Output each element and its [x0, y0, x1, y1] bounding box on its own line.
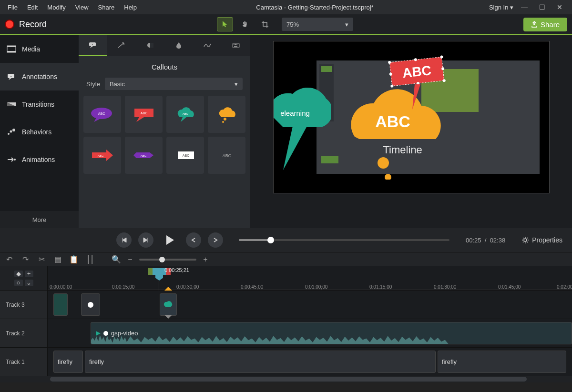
clip-firefly[interactable]: firefly — [85, 351, 436, 373]
tab-arrows[interactable] — [107, 35, 136, 56]
next-frame-button[interactable] — [138, 232, 153, 248]
toggle-quiz-button[interactable]: ○ — [14, 280, 23, 286]
sidebar-item-animations[interactable]: Animations — [0, 146, 79, 173]
ruler-tick: 0:00:45;00 — [241, 284, 263, 290]
svg-rect-14 — [233, 43, 239, 48]
clip[interactable] — [160, 293, 177, 316]
track-content[interactable] — [48, 291, 572, 319]
play-button[interactable] — [160, 231, 179, 250]
tab-keystroke[interactable] — [222, 35, 250, 56]
split-button[interactable]: ⎮⎮ — [86, 255, 94, 264]
clip[interactable] — [53, 293, 68, 316]
timeline-scrollbar[interactable] — [0, 376, 572, 382]
properties-button[interactable]: Properties — [521, 236, 562, 244]
cut-button[interactable]: ✂ — [37, 255, 46, 264]
menu-file[interactable]: File — [4, 2, 21, 13]
callout-thumb[interactable]: ABC — [125, 137, 163, 174]
svg-text:elearning: elearning — [280, 109, 310, 117]
sidebar-item-annotations[interactable]: a Annotations — [0, 63, 79, 90]
titlebar: File Edit Modify View Share Help Camtasi… — [0, 0, 572, 14]
clip-firefly[interactable]: firefly — [53, 351, 83, 373]
collapse-button[interactable]: ⌄ — [25, 280, 33, 286]
sidebar-item-media[interactable]: Media — [0, 35, 79, 63]
sidebar-item-transitions[interactable]: Transitions — [0, 90, 79, 118]
signin-button[interactable]: Sign In ▾ — [489, 4, 513, 11]
minimize-button[interactable]: — — [521, 3, 528, 11]
clip-firefly[interactable]: firefly — [438, 351, 566, 373]
track-content[interactable]: firefly firefly firefly — [48, 348, 572, 376]
toggle-marker-button[interactable]: ◆ — [14, 271, 23, 277]
svg-text:ABC: ABC — [140, 154, 146, 157]
zoom-out-button[interactable]: − — [126, 255, 134, 264]
tab-callouts[interactable]: a — [79, 35, 107, 56]
add-track-button[interactable]: + — [25, 271, 33, 277]
animations-icon — [7, 156, 16, 163]
svg-text:ABC: ABC — [182, 154, 189, 157]
next-marker-button[interactable] — [208, 232, 223, 248]
timeline-text: Timeline — [383, 144, 422, 156]
maximize-button[interactable]: ☐ — [539, 3, 545, 11]
record-label: Record — [19, 20, 47, 30]
track-label[interactable]: Track 2 — [0, 319, 48, 347]
window-title: Camtasia - Getting-Started-Project.tscpr… — [141, 4, 489, 11]
share-button[interactable]: Share — [523, 18, 567, 31]
menu-modify[interactable]: Modify — [43, 2, 69, 13]
main-menu: File Edit Modify View Share Help — [0, 2, 141, 13]
menu-help[interactable]: Help — [120, 2, 141, 13]
style-value: Basic — [110, 80, 125, 88]
hand-tool[interactable] — [237, 17, 253, 31]
clip-gsp-video[interactable]: gsp-video — [91, 322, 572, 344]
track-label[interactable]: Track 1 — [0, 348, 48, 376]
style-select[interactable]: Basic ▾ — [105, 78, 243, 90]
timeline-zoom-slider[interactable] — [139, 259, 196, 261]
callout-thumb[interactable]: ABC — [166, 137, 204, 174]
callout-thumb[interactable]: ABC — [83, 96, 121, 133]
playback-slider[interactable] — [239, 239, 449, 241]
menu-share[interactable]: Share — [94, 2, 119, 13]
callout-thumb[interactable]: ABC — [166, 96, 204, 133]
menu-view[interactable]: View — [72, 2, 92, 13]
share-label: Share — [541, 20, 560, 29]
timeline-ruler[interactable]: 0:00:25;21 0:00:00;00 0:00:15;00 0:00:30… — [48, 266, 572, 290]
clip[interactable] — [81, 293, 100, 316]
record-button[interactable]: Record — [5, 20, 47, 30]
annotation-type-tabs: a — [79, 35, 250, 56]
ruler-tick: 0:01:00;00 — [305, 284, 327, 290]
cursor-tool[interactable] — [217, 17, 233, 31]
close-button[interactable]: ✕ — [557, 3, 562, 11]
paste-button[interactable]: 📋 — [70, 255, 78, 264]
annotation-icon: a — [7, 73, 16, 80]
tab-blur[interactable] — [164, 35, 193, 56]
sidebar-label: Transitions — [22, 101, 54, 108]
undo-button[interactable]: ↶ — [5, 255, 13, 264]
callout-thumb[interactable]: ABC — [125, 96, 163, 133]
svg-point-6 — [8, 133, 10, 135]
clip-label: firefly — [58, 358, 72, 365]
menu-edit[interactable]: Edit — [23, 2, 41, 13]
svg-text:ABC: ABC — [222, 153, 231, 158]
redo-button[interactable]: ↷ — [21, 255, 30, 264]
sidebar-more[interactable]: More — [0, 211, 79, 228]
callout-grid: ABC ABC ABC ABC ABC ABC ABC — [79, 96, 250, 174]
track-content[interactable]: gsp-video — [48, 319, 572, 347]
svg-rect-18 — [234, 46, 237, 47]
tab-shapes[interactable] — [136, 35, 164, 56]
playback-bar: 00:25 / 02:38 Properties — [0, 228, 572, 252]
zoom-in-button[interactable]: + — [201, 255, 210, 264]
svg-point-25 — [222, 121, 224, 123]
zoom-select[interactable]: 75% ▾ — [282, 18, 353, 31]
callout-thumb[interactable] — [208, 96, 245, 133]
callout-thumb[interactable]: ABC — [208, 137, 245, 174]
ruler-tick: 0:01:30;00 — [434, 284, 456, 290]
track-label[interactable]: Track 3 — [0, 291, 48, 319]
prev-frame-button[interactable] — [116, 232, 132, 248]
tab-sketch[interactable] — [193, 35, 222, 56]
callout-thumb[interactable]: ABC — [83, 137, 121, 174]
preview-canvas[interactable]: elearning ABC ABC Timeline — [273, 41, 550, 193]
sidebar-item-behaviors[interactable]: Behaviors — [0, 118, 79, 146]
prev-marker-button[interactable] — [186, 232, 201, 248]
chevron-down-icon: ▾ — [235, 80, 238, 88]
track-row: Track 3 — [0, 290, 572, 319]
copy-button[interactable]: ▤ — [53, 255, 62, 264]
crop-tool[interactable] — [257, 17, 273, 31]
